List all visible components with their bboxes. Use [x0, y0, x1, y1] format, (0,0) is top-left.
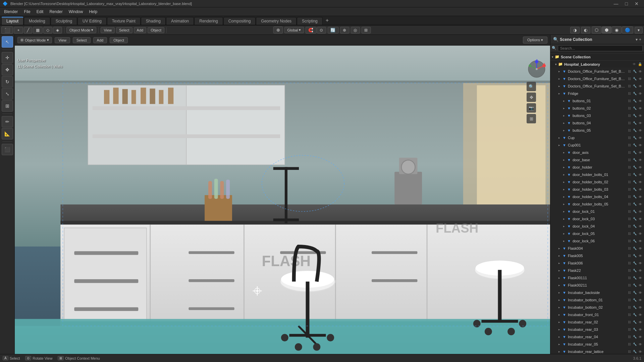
outliner-item[interactable]: ▸ ▼ door_holder_bolts_01 ⛓ 🔧 👁 [550, 171, 644, 178]
shading-lpe[interactable]: ◉ [612, 26, 622, 34]
item-constraint-icon[interactable]: ⛓ [627, 232, 632, 235]
outliner-item[interactable]: ▸ ▼ door_lock_04 ⛓ 🔧 👁 [550, 223, 644, 230]
item-constraint-icon[interactable]: ⛓ [627, 343, 632, 346]
item-constraint-icon[interactable]: ⛓ [627, 180, 632, 184]
outliner-item[interactable]: ▸ ▼ door_holder_bolts_02 ⛓ 🔧 👁 [550, 178, 644, 186]
item-constraint-icon[interactable]: ⛓ [627, 107, 632, 110]
mode-select2-icon[interactable]: ◈ [53, 27, 62, 34]
item-mod-icon[interactable]: 🔧 [632, 350, 637, 353]
3d-viewport[interactable]: FLASH FLASH [15, 46, 550, 362]
item-vis-icon[interactable]: 👁 [638, 143, 643, 147]
item-mod-icon[interactable]: 🔧 [632, 158, 637, 162]
item-constraint-icon[interactable]: ⛓ [627, 298, 632, 302]
item-vis-icon[interactable]: 👁 [638, 129, 643, 132]
item-vis-icon[interactable]: 👁 [638, 173, 643, 177]
item-vis-icon[interactable]: 👁 [638, 239, 643, 243]
tool-select[interactable]: ↖ [2, 36, 13, 48]
item-mod-icon[interactable]: 🔧 [632, 136, 637, 139]
item-constraint-icon[interactable]: ⛓ [627, 77, 632, 80]
item-vis-icon[interactable]: 👁 [638, 121, 643, 125]
item-mod-icon[interactable]: 🔧 [632, 121, 637, 125]
menu-help[interactable]: Help [86, 9, 100, 15]
item-constraint-icon[interactable]: ⛓ [627, 136, 632, 139]
snap-btn[interactable]: 🧲 [305, 27, 316, 34]
outliner-item[interactable]: ▸ ▼ Flask22 ⛓ 🔧 👁 [550, 267, 644, 274]
add-menu[interactable]: Add [134, 27, 147, 33]
item-mod-icon[interactable]: 🔧 [632, 239, 637, 243]
item-mod-icon[interactable]: 🔧 [632, 291, 637, 294]
item-constraint-icon[interactable]: ⛓ [627, 99, 632, 103]
outliner-item[interactable]: ▸ ▼ door_holder_bolts_05 ⛓ 🔧 👁 [550, 200, 644, 208]
outliner-item[interactable]: ▸ ▼ Incubator_bottom_02 ⛓ 🔧 👁 [550, 304, 644, 311]
item-mod-icon[interactable]: 🔧 [632, 210, 637, 213]
item-mod-icon[interactable]: 🔧 [632, 202, 637, 206]
mode-edge-icon[interactable]: ╱ [24, 27, 32, 34]
tab-modeling[interactable]: Modeling [24, 17, 50, 25]
outliner-item[interactable]: ▸ ▼ buttons_05 ⛓ 🔧 👁 [550, 127, 644, 134]
item-vis-icon[interactable]: 👁 [638, 350, 643, 354]
item-constraint-icon[interactable]: ⛓ [627, 335, 632, 339]
item-mod-icon[interactable]: 🔧 [632, 143, 637, 147]
tool-add[interactable]: ⬛ [2, 144, 13, 155]
item-constraint-icon[interactable]: ⛓ [627, 328, 632, 331]
item-constraint-icon[interactable]: ⛓ [627, 247, 632, 250]
item-vis-icon[interactable]: 👁 [638, 158, 643, 162]
tab-layout[interactable]: Layout [1, 17, 23, 25]
item-constraint-icon[interactable]: ⛓ [627, 129, 632, 132]
tab-rendering[interactable]: Rendering [194, 17, 223, 25]
item-mod-icon[interactable]: 🔧 [632, 276, 637, 280]
outliner-item[interactable]: ▸ ▼ buttons_04 ⛓ 🔧 👁 [550, 119, 644, 127]
outliner-item[interactable]: ▸ ▼ buttons_03 ⛓ 🔧 👁 [550, 112, 644, 119]
tool-annotate[interactable]: ✏ [2, 116, 13, 127]
item-constraint-icon[interactable]: ⛓ [627, 173, 632, 176]
global-select[interactable]: Global ▾ [284, 27, 304, 33]
outliner-item[interactable]: ▸ ▼ door_axis ⛓ 🔧 👁 [550, 149, 644, 156]
view-menu[interactable]: View [101, 27, 115, 33]
mode-vertex-icon[interactable]: ⚬ [14, 27, 23, 34]
vp-select-btn[interactable]: Select [73, 37, 91, 43]
transform-icon[interactable]: ⊕ [273, 26, 283, 34]
outliner-item[interactable]: ▸ ▼ Incubator_rear_04 ⛓ 🔧 👁 [550, 333, 644, 341]
item-constraint-icon[interactable]: ⛓ [627, 143, 632, 147]
item-constraint-icon[interactable]: ⛓ [627, 225, 632, 228]
outliner-item[interactable]: ▸ ▼ Incubator_rear_lattice ⛓ 🔧 👁 [550, 348, 644, 355]
collection-root[interactable]: ▾ 📁 Scene Collection [550, 53, 644, 60]
item-vis-icon[interactable]: 👁 [638, 107, 643, 110]
nav-grid[interactable]: ⊞ [527, 114, 536, 123]
item-mod-icon[interactable]: 🔧 [632, 173, 637, 176]
item-mod-icon[interactable]: 🔧 [632, 298, 637, 302]
outliner-item[interactable]: ▸ ▼ Incubator_rear_05 ⛓ 🔧 👁 [550, 341, 644, 348]
item-mod-icon[interactable]: 🔧 [632, 188, 637, 191]
mode-select1-icon[interactable]: ◇ [43, 27, 52, 34]
item-mod-icon[interactable]: 🔧 [632, 328, 637, 331]
tab-scripting[interactable]: Scripting [297, 17, 323, 25]
item-vis-icon[interactable]: 👁 [638, 313, 643, 317]
item-constraint-icon[interactable]: ⛓ [627, 70, 632, 73]
overlay-btn[interactable]: ◑ [570, 27, 580, 34]
menu-blender[interactable]: Blender [1, 9, 20, 15]
select-menu[interactable]: Select [116, 27, 132, 33]
tool-cursor[interactable]: ✛ [2, 52, 13, 63]
item-constraint-icon[interactable]: ⛓ [627, 239, 632, 243]
outliner-item[interactable]: ▸ ▼ Doctors_Office_Furniture_Set_Beige ⛓… [550, 75, 644, 82]
item-mod-icon[interactable]: 🔧 [632, 84, 637, 88]
item-vis-icon[interactable]: 👁 [638, 180, 643, 184]
nav-zoom-in[interactable]: 🔍 [527, 82, 536, 91]
item-mod-icon[interactable]: 🔧 [632, 114, 637, 117]
transform-orientations[interactable]: 🔄 [327, 27, 338, 34]
shading-solid[interactable]: ⬢ [602, 26, 611, 34]
tab-shading[interactable]: Shading [141, 17, 166, 25]
tab-texture-paint[interactable]: Texture Paint [107, 17, 141, 25]
tab-sculpting[interactable]: Sculpting [51, 17, 77, 25]
item-vis-icon[interactable]: 👁 [638, 166, 643, 169]
outliner-item[interactable]: ▸ ▼ Cup ⛓ 🔧 👁 [550, 134, 644, 141]
item-constraint-icon[interactable]: ⛓ [627, 188, 632, 191]
item-constraint-icon[interactable]: ⛓ [627, 121, 632, 125]
outliner-item[interactable]: ▸ ▼ Incubator_bottom_01 ⛓ 🔧 👁 [550, 296, 644, 304]
tab-compositing[interactable]: Compositing [223, 17, 256, 25]
shading-options[interactable]: ▾ [635, 27, 643, 34]
item-constraint-icon[interactable]: ⛓ [627, 313, 632, 316]
item-mod-icon[interactable]: 🔧 [632, 92, 637, 95]
vp-object-btn[interactable]: Object [110, 37, 128, 43]
item-vis-icon[interactable]: 👁 [638, 84, 643, 88]
